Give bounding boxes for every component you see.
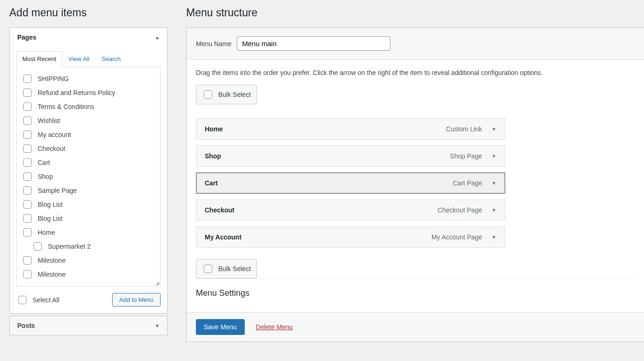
page-item-checkbox[interactable] <box>23 116 32 125</box>
menu-item[interactable]: CheckoutCheckout Page▼ <box>196 199 505 221</box>
page-item: Blog List <box>21 198 155 211</box>
add-menu-items-title: Add menu items <box>9 7 168 19</box>
add-to-menu-button[interactable]: Add to Menu <box>112 293 161 307</box>
bulk-select-label-bottom: Bulk Select <box>218 265 251 272</box>
page-item-checkbox[interactable] <box>23 75 32 83</box>
page-item: Milestone <box>21 267 155 281</box>
pages-metabox-body: Most Recent View All Search SHIPPINGRefu… <box>10 47 167 313</box>
page-item-label: Refund and Returns Policy <box>38 89 115 96</box>
menu-edit-body: Drag the items into the order you prefer… <box>187 60 644 312</box>
page-item-checkbox[interactable] <box>23 228 32 237</box>
chevron-down-icon[interactable]: ▼ <box>491 180 496 186</box>
drag-instructions: Drag the items into the order you prefer… <box>196 69 635 76</box>
menu-item-title: Home <box>205 125 223 133</box>
pages-metabox-label: Pages <box>17 34 36 41</box>
delete-menu-link[interactable]: Delete Menu <box>256 323 293 331</box>
page-item: Terms & Conditions <box>21 100 155 114</box>
menu-item-type: Shop Page <box>450 152 482 160</box>
page-item-checkbox[interactable] <box>23 158 32 167</box>
tab-view-all[interactable]: View All <box>62 51 95 67</box>
menu-item-title: Cart <box>205 179 218 187</box>
page-item-label: Blog List <box>38 201 63 208</box>
menu-item-title: Checkout <box>205 206 235 214</box>
page-item: Wishlist <box>21 114 155 128</box>
select-all-label: Select All <box>33 296 60 304</box>
page-item-checkbox[interactable] <box>23 270 32 279</box>
page-item-checkbox[interactable] <box>23 102 32 111</box>
chevron-up-icon: ▲ <box>155 35 160 40</box>
page-item-checkbox[interactable] <box>23 214 32 223</box>
menu-name-input[interactable] <box>237 36 390 51</box>
chevron-down-icon: ▼ <box>155 323 160 328</box>
menu-item[interactable]: My AccountMy Account Page▼ <box>196 226 505 248</box>
page-item-checkbox[interactable] <box>23 186 32 195</box>
page-item-label: My account <box>38 131 71 138</box>
chevron-down-icon[interactable]: ▼ <box>491 207 496 213</box>
page-item-label: Cart <box>38 159 50 166</box>
page-item-checkbox[interactable] <box>23 172 32 181</box>
pages-metabox: Pages ▲ Most Recent View All Search SHIP… <box>9 27 168 313</box>
page-item-label: Checkout <box>38 145 65 152</box>
page-item-label: Shop <box>38 173 53 180</box>
select-all-pages[interactable]: Select All <box>16 294 60 306</box>
page-item-label: Home <box>38 229 55 236</box>
page-item: Refund and Returns Policy <box>21 86 155 100</box>
chevron-down-icon[interactable]: ▼ <box>491 126 496 132</box>
menu-item[interactable]: ShopShop Page▼ <box>196 145 505 167</box>
menu-item-type: Cart Page <box>453 179 482 187</box>
page-item: Blog List <box>21 211 155 225</box>
page-item-checkbox[interactable] <box>23 130 32 139</box>
pages-tabs: Most Recent View All Search <box>16 51 161 67</box>
menu-edit-footer: Save Menu Delete Menu <box>187 312 644 341</box>
menu-edit-frame: Menu Name Drag the items into the order … <box>186 27 644 342</box>
page-item: My account <box>21 128 155 142</box>
chevron-down-icon[interactable]: ▼ <box>491 153 496 159</box>
page-item: Supermarket 2 <box>21 239 155 253</box>
page-item-label: Terms & Conditions <box>38 103 94 110</box>
page-item-checkbox[interactable] <box>34 242 42 251</box>
tab-most-recent[interactable]: Most Recent <box>16 51 62 67</box>
posts-metabox: Posts ▼ <box>9 316 168 335</box>
menu-item-type: Custom Link <box>446 125 482 133</box>
menu-item-meta: Shop Page▼ <box>450 152 496 160</box>
page-item-label: Wishlist <box>38 117 60 124</box>
select-all-checkbox[interactable] <box>18 296 27 304</box>
tab-search[interactable]: Search <box>95 51 127 67</box>
bulk-select-checkbox-top[interactable] <box>204 90 212 99</box>
menu-item-meta: My Account Page▼ <box>431 233 496 241</box>
menu-structure-panel: Menu structure Menu Name Drag the items … <box>177 0 644 361</box>
menu-item-title: Shop <box>205 152 221 160</box>
add-menu-items-panel: Add menu items Pages ▲ Most Recent View … <box>0 0 177 361</box>
save-menu-button[interactable]: Save Menu <box>196 319 245 335</box>
pages-metabox-toggle[interactable]: Pages ▲ <box>10 28 167 47</box>
page-item-label: Sample Page <box>38 187 77 194</box>
menu-item-meta: Checkout Page▼ <box>437 206 496 214</box>
menu-structure-title: Menu structure <box>186 7 644 19</box>
menu-item-meta: Cart Page▼ <box>453 179 496 187</box>
page-item-checkbox[interactable] <box>23 200 32 209</box>
menu-item-type: Checkout Page <box>437 206 482 214</box>
bulk-select-checkbox-bottom[interactable] <box>204 265 212 273</box>
page-item: Checkout <box>21 142 155 156</box>
page-item: Cart <box>21 156 155 170</box>
bulk-select-bottom[interactable]: Bulk Select <box>196 259 257 279</box>
menu-settings-title: Menu Settings <box>196 279 635 307</box>
page-item-checkbox[interactable] <box>23 256 32 265</box>
menu-items-list: HomeCustom Link▼ShopShop Page▼CartCart P… <box>196 118 505 248</box>
page-item-checkbox[interactable] <box>23 89 32 97</box>
menu-item-meta: Custom Link▼ <box>446 125 496 133</box>
page-item: Home <box>21 225 155 239</box>
pages-tab-panel: SHIPPINGRefund and Returns PolicyTerms &… <box>16 67 161 286</box>
chevron-down-icon[interactable]: ▼ <box>491 234 496 240</box>
bulk-select-top[interactable]: Bulk Select <box>196 85 257 104</box>
page-item-label: Supermarket 2 <box>48 243 91 250</box>
menu-edit-header: Menu Name <box>187 28 644 60</box>
menu-name-label: Menu Name <box>196 40 231 48</box>
menu-item[interactable]: HomeCustom Link▼ <box>196 118 505 140</box>
menu-item[interactable]: CartCart Page▼ <box>196 172 505 194</box>
page-item-checkbox[interactable] <box>23 144 32 153</box>
posts-metabox-toggle[interactable]: Posts ▼ <box>10 316 167 335</box>
page-item: Shop <box>21 170 155 184</box>
page-item-label: SHIPPING <box>38 75 69 82</box>
menu-item-type: My Account Page <box>431 233 482 241</box>
